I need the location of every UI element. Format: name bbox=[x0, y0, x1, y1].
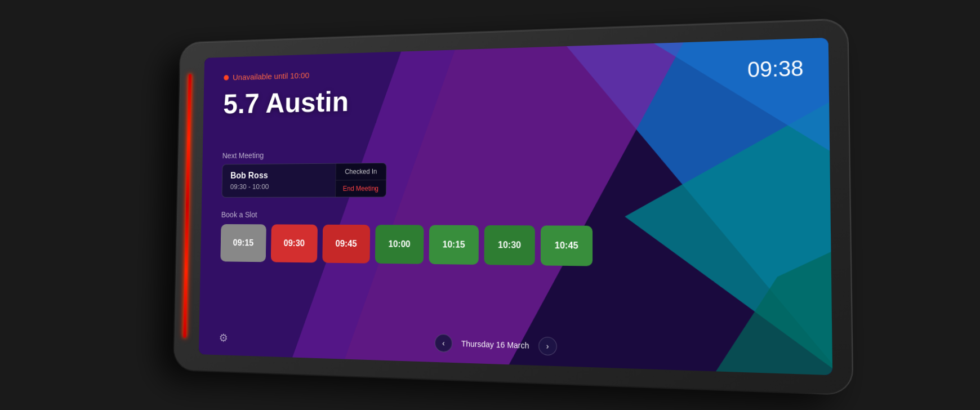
meeting-info: Bob Ross 09:30 - 10:00 bbox=[222, 164, 335, 197]
book-slot-section: Book a Slot 09:1509:3009:4510:0010:1510:… bbox=[220, 210, 805, 269]
next-meeting-section: Next Meeting Bob Ross 09:30 - 10:00 Chec… bbox=[221, 145, 805, 198]
tablet-screen: 09:38 Unavailable until 10:00 5.7 Austin… bbox=[199, 38, 832, 375]
date-navigation: ‹ Thursday 16 March › bbox=[435, 334, 557, 356]
slot-button-0915[interactable]: 09:15 bbox=[220, 224, 266, 262]
end-meeting-button[interactable]: End Meeting bbox=[336, 180, 386, 197]
slot-button-1030[interactable]: 10:30 bbox=[484, 225, 535, 265]
prev-date-button[interactable]: ‹ bbox=[435, 334, 453, 353]
slot-button-0930[interactable]: 09:30 bbox=[271, 224, 318, 262]
current-time: 09:38 bbox=[747, 56, 804, 83]
settings-icon[interactable]: ⚙ bbox=[219, 331, 228, 344]
tablet-device: 09:38 Unavailable until 10:00 5.7 Austin… bbox=[173, 19, 852, 394]
book-slot-label: Book a Slot bbox=[221, 210, 805, 220]
scene: 09:38 Unavailable until 10:00 5.7 Austin… bbox=[0, 0, 980, 410]
status-text: Unavailable until 10:00 bbox=[233, 70, 309, 82]
slot-buttons-container: 09:1509:3009:4510:0010:1510:3010:45 bbox=[220, 224, 805, 269]
slot-button-0945[interactable]: 09:45 bbox=[322, 225, 370, 264]
meeting-actions: Checked In End Meeting bbox=[335, 163, 386, 197]
meeting-time-range: 09:30 - 10:00 bbox=[230, 182, 327, 190]
slot-button-1000[interactable]: 10:00 bbox=[375, 225, 424, 264]
status-dot bbox=[224, 75, 229, 81]
checked-in-badge: Checked In bbox=[336, 163, 386, 181]
slot-button-1045[interactable]: 10:45 bbox=[541, 225, 593, 266]
meeting-name: Bob Ross bbox=[230, 170, 327, 180]
next-date-button[interactable]: › bbox=[538, 337, 557, 356]
led-strip bbox=[183, 74, 191, 337]
screen-content: 09:38 Unavailable until 10:00 5.7 Austin… bbox=[199, 38, 832, 375]
current-date: Thursday 16 March bbox=[461, 339, 529, 350]
next-meeting-label: Next Meeting bbox=[222, 145, 805, 160]
meeting-card: Bob Ross 09:30 - 10:00 Checked In End Me… bbox=[221, 163, 386, 198]
slot-button-1015[interactable]: 10:15 bbox=[429, 225, 479, 265]
room-title: 5.7 Austin bbox=[223, 73, 804, 119]
